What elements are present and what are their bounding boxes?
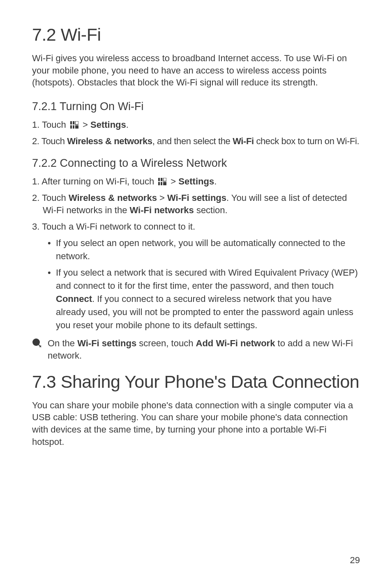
svg-rect-10 — [161, 182, 162, 185]
wifi-label: Wi-Fi — [233, 136, 254, 146]
svg-rect-2 — [75, 121, 78, 124]
connecting-step1: 1. After turning on Wi-Fi, touch > Setti… — [32, 175, 360, 188]
svg-rect-5 — [75, 125, 78, 129]
note-text: On the Wi-Fi settings screen, touch Add … — [48, 337, 360, 361]
svg-rect-11 — [163, 182, 166, 185]
step-text: check box to turn on Wi-Fi. — [254, 136, 360, 146]
section-heading-wifi: 7.2 Wi-Fi — [32, 25, 360, 45]
step-text: 2. Touch — [32, 136, 67, 146]
bullet-text: If you select a network that is secured … — [56, 267, 358, 291]
connecting-step3: 3. Touch a Wi-Fi network to connect to i… — [32, 221, 360, 233]
wifi-note: On the Wi-Fi settings screen, touch Add … — [32, 337, 360, 361]
connecting-bullet1: If you select an open network, you will … — [32, 237, 360, 263]
section-heading-sharing: 7.3 Sharing Your Phone's Data Connection — [32, 372, 360, 392]
connecting-step2: 2. Touch Wireless & networks > Wi-Fi set… — [32, 192, 360, 216]
svg-rect-0 — [70, 121, 72, 124]
wifi-networks-label: Wi-Fi networks — [130, 205, 194, 215]
wifi-settings-label: Wi-Fi settings — [167, 193, 226, 203]
tip-icon — [32, 338, 44, 350]
svg-rect-9 — [158, 182, 160, 185]
note-fragment: screen, touch — [136, 338, 196, 348]
step-text: section. — [194, 205, 228, 215]
step-text: 2. Touch — [32, 193, 69, 203]
svg-rect-1 — [73, 121, 74, 124]
connect-label: Connect — [56, 294, 92, 304]
step-text: > — [157, 193, 167, 203]
step-text: . — [126, 120, 129, 130]
step-text: 1. After turning on Wi-Fi, touch — [32, 176, 157, 186]
svg-rect-7 — [161, 178, 162, 181]
subheading-turning-on: 7.2.1 Turning On Wi-Fi — [32, 100, 360, 113]
subheading-connecting: 7.2.2 Connecting to a Wireless Network — [32, 157, 360, 170]
svg-rect-4 — [73, 125, 74, 129]
page-number: 29 — [350, 555, 360, 566]
wireless-networks-label: Wireless & networks — [67, 136, 152, 146]
step-text: > — [168, 176, 178, 186]
apps-grid-icon — [70, 121, 78, 129]
sharing-intro: You can share your mobile phone's data c… — [32, 399, 360, 448]
note-fragment: On the — [48, 338, 77, 348]
connecting-bullet2: If you select a network that is secured … — [32, 266, 360, 331]
svg-rect-8 — [163, 178, 166, 181]
settings-label: Settings — [90, 120, 126, 130]
wifi-intro: Wi-Fi gives you wireless access to broad… — [32, 52, 360, 89]
bullet-text: . If you connect to a secured wireless n… — [56, 294, 353, 330]
turning-on-step2: 2. Touch Wireless & networks, and then s… — [32, 135, 360, 147]
svg-rect-6 — [158, 178, 160, 181]
wifi-settings-label: Wi-Fi settings — [77, 338, 136, 348]
turning-on-step1: 1. Touch > Settings. — [32, 119, 360, 131]
step-text: , and then select the — [152, 136, 233, 146]
settings-label: Settings — [178, 176, 214, 186]
wireless-networks-label: Wireless & networks — [69, 193, 157, 203]
svg-rect-3 — [70, 125, 72, 129]
add-wifi-label: Add Wi-Fi network — [196, 338, 275, 348]
step-text: > — [80, 120, 90, 130]
apps-grid-icon — [158, 178, 166, 185]
step-text: . — [214, 176, 217, 186]
step-text: 1. Touch — [32, 120, 69, 130]
